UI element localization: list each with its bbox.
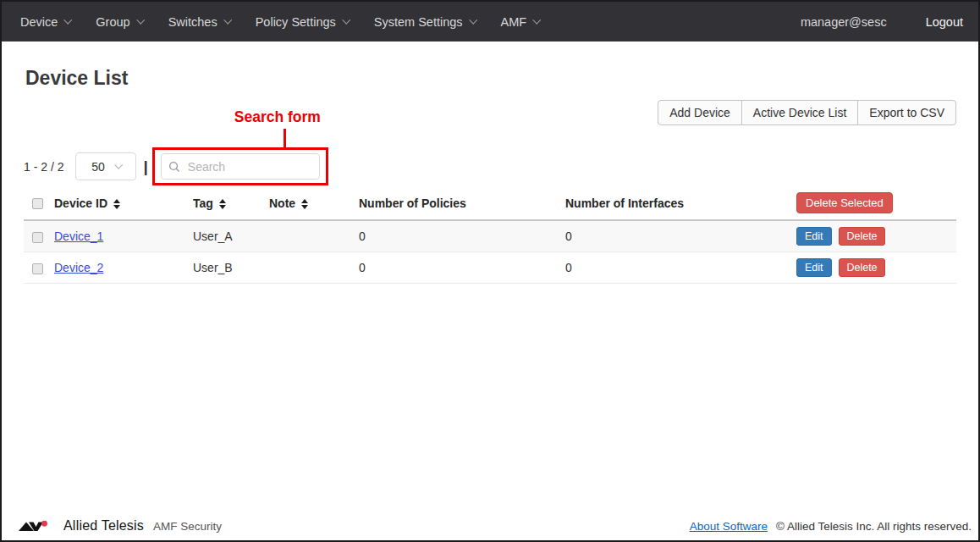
export-to-csv-button[interactable]: Export to CSV (857, 100, 956, 125)
page-title: Device List (25, 67, 956, 90)
chevron-down-icon (532, 15, 541, 24)
footer: Allied Telesis AMF Security About Softwa… (2, 512, 978, 540)
device-link[interactable]: Device_1 (54, 230, 103, 243)
chevron-down-icon (136, 15, 145, 24)
brand-name: Allied Telesis (63, 518, 144, 534)
pagination-range: 1 - 2 / 2 (24, 160, 63, 174)
add-device-button[interactable]: Add Device (658, 100, 742, 125)
allied-telesis-logo (19, 519, 58, 534)
chevron-down-icon (64, 15, 73, 24)
device-table: Device ID Tag Note Number of Policies Nu… (24, 188, 956, 284)
edit-button[interactable]: Edit (796, 227, 832, 246)
policies-cell: 0 (359, 252, 565, 284)
sort-icon (219, 199, 226, 209)
interfaces-cell: 0 (565, 220, 796, 252)
nav-item-label: Group (96, 15, 129, 29)
column-header-interfaces: Number of Interfaces (565, 188, 796, 220)
table-row: Device_1 User_A 0 0 Edit Delete (24, 220, 956, 252)
nav-item-label: Switches (168, 15, 217, 29)
page-size-select[interactable]: 50 (75, 152, 136, 180)
column-header-tag[interactable]: Tag (193, 188, 269, 220)
policies-cell: 0 (359, 220, 565, 252)
column-header-note[interactable]: Note (269, 188, 359, 220)
search-icon (168, 161, 180, 173)
column-header-device-id[interactable]: Device ID (54, 188, 193, 220)
active-device-list-button[interactable]: Active Device List (741, 100, 858, 125)
chevron-down-icon (469, 15, 477, 24)
copyright-text: © Allied Telesis Inc. All rights reserve… (776, 520, 972, 533)
delete-button[interactable]: Delete (839, 258, 884, 277)
table-header-row: Device ID Tag Note Number of Policies Nu… (24, 188, 956, 220)
search-form (161, 153, 320, 180)
column-header-policies: Number of Policies (359, 188, 565, 220)
toolbar-row: Add Device Active Device List Export to … (24, 90, 956, 147)
logged-in-user: manager@sesc (801, 15, 887, 29)
logout-button[interactable]: Logout (926, 15, 963, 29)
search-annotation-box: Search form (152, 147, 328, 185)
footer-right: About Software © Allied Telesis Inc. All… (690, 520, 972, 533)
product-name: AMF Security (153, 520, 222, 533)
nav-item-device[interactable]: Device (20, 15, 70, 29)
annotation-line (284, 129, 286, 147)
nav-item-label: Policy Settings (256, 15, 336, 29)
nav-item-amf[interactable]: AMF (501, 15, 540, 29)
interfaces-cell: 0 (565, 252, 796, 284)
nav-item-label: AMF (501, 15, 527, 29)
edit-button[interactable]: Edit (796, 258, 832, 277)
list-controls: 1 - 2 / 2 50 | Search form (24, 147, 956, 185)
column-header-actions: Delete Selected (796, 188, 956, 220)
about-software-link[interactable]: About Software (690, 520, 768, 533)
nav-right: manager@sesc Logout (801, 15, 963, 29)
row-checkbox[interactable] (32, 263, 43, 274)
column-label: Note (269, 196, 295, 210)
delete-selected-button[interactable]: Delete Selected (796, 192, 893, 213)
device-link[interactable]: Device_2 (54, 261, 103, 274)
tag-cell: User_A (193, 220, 269, 252)
sort-icon (301, 199, 308, 209)
chevron-down-icon (342, 15, 350, 24)
tag-cell: User_B (193, 252, 269, 284)
search-input[interactable] (161, 153, 320, 180)
page-size-value: 50 (91, 160, 105, 174)
sort-icon (113, 199, 120, 209)
controls-separator: | (143, 158, 147, 174)
main-content: Device List Add Device Active Device Lis… (2, 67, 978, 284)
column-label: Number of Policies (359, 196, 466, 210)
toolbar-button-group: Add Device Active Device List Export to … (658, 100, 956, 125)
column-label: Number of Interfaces (565, 196, 684, 210)
column-label: Device ID (54, 196, 107, 210)
nav-item-policy-settings[interactable]: Policy Settings (256, 15, 349, 29)
nav-menu: Device Group Switches Policy Settings Sy… (20, 15, 801, 29)
chevron-down-icon (114, 160, 123, 169)
row-checkbox[interactable] (32, 232, 43, 243)
nav-item-switches[interactable]: Switches (168, 15, 230, 29)
nav-item-group[interactable]: Group (96, 15, 142, 29)
chevron-down-icon (223, 15, 232, 24)
note-cell (269, 252, 359, 284)
nav-item-label: Device (20, 15, 58, 29)
select-all-checkbox[interactable] (32, 198, 43, 209)
note-cell (269, 220, 359, 252)
app-window: Device Group Switches Policy Settings Sy… (0, 0, 980, 542)
delete-button[interactable]: Delete (839, 227, 884, 246)
nav-item-label: System Settings (374, 15, 463, 29)
top-navbar: Device Group Switches Policy Settings Sy… (2, 2, 978, 41)
column-label: Tag (193, 196, 213, 210)
annotation-label: Search form (234, 108, 321, 126)
nav-item-system-settings[interactable]: System Settings (374, 15, 476, 29)
table-row: Device_2 User_B 0 0 Edit Delete (24, 252, 956, 284)
